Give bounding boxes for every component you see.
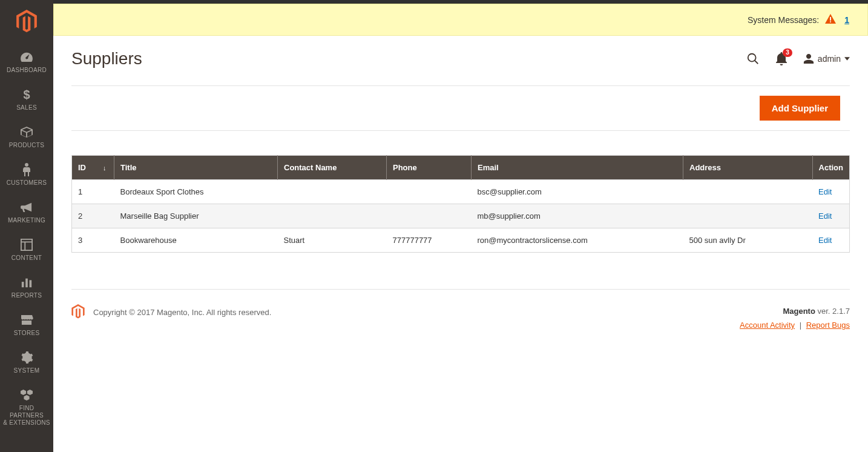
user-menu[interactable]: admin bbox=[803, 53, 850, 64]
cell-address bbox=[683, 180, 813, 204]
table-row: 3BookwarehouseStuart777777777ron@mycontr… bbox=[72, 228, 850, 253]
col-header-title[interactable]: Title bbox=[114, 156, 278, 180]
system-messages-label: System Messages: bbox=[748, 15, 819, 25]
sidebar-item-label: PRODUCTS bbox=[9, 142, 45, 149]
copyright-text: Copyright © 2017 Magento, Inc. All right… bbox=[93, 308, 271, 317]
edit-link[interactable]: Edit bbox=[818, 187, 832, 196]
cell-address bbox=[683, 204, 813, 228]
page-title: Suppliers bbox=[71, 49, 142, 68]
cell-action: Edit bbox=[812, 180, 849, 204]
box-icon bbox=[19, 125, 34, 139]
system-messages-bar: System Messages: 1 bbox=[53, 4, 868, 36]
cell-action: Edit bbox=[812, 204, 849, 228]
cell-id: 3 bbox=[72, 228, 114, 253]
person-icon bbox=[19, 162, 34, 177]
col-header-address[interactable]: Address bbox=[683, 156, 813, 180]
svg-text:$: $ bbox=[23, 88, 30, 101]
cell-contact: Stuart bbox=[278, 228, 387, 253]
blocks-icon bbox=[19, 388, 34, 402]
chevron-down-icon bbox=[844, 57, 850, 61]
svg-point-6 bbox=[748, 54, 756, 62]
sidebar-item-marketing[interactable]: MARKETING bbox=[0, 193, 53, 230]
sidebar-item-label: CUSTOMERS bbox=[7, 179, 47, 187]
sidebar-item-label: SYSTEM bbox=[14, 367, 40, 374]
cell-title: Bordeaux Sport Clothes bbox=[114, 180, 278, 204]
sidebar-item-sales[interactable]: $SALES bbox=[0, 80, 53, 118]
sidebar-item-label: SALES bbox=[16, 104, 37, 111]
magento-mark-icon bbox=[71, 304, 85, 321]
cell-phone: 777777777 bbox=[387, 228, 472, 253]
col-header-email[interactable]: Email bbox=[472, 156, 683, 180]
sidebar-item-label: MARKETING bbox=[8, 217, 45, 224]
cell-phone bbox=[387, 204, 472, 228]
sort-asc-icon: ↓ bbox=[103, 164, 107, 171]
table-row: 1Bordeaux Sport Clothesbsc@supplier.comE… bbox=[72, 180, 850, 204]
dashboard-icon bbox=[19, 50, 34, 64]
cell-action: Edit bbox=[812, 228, 849, 253]
account-activity-link[interactable]: Account Activity bbox=[740, 321, 795, 330]
sidebar-item-system[interactable]: SYSTEM bbox=[0, 343, 53, 381]
svg-rect-4 bbox=[830, 17, 831, 21]
col-header-contact[interactable]: Contact Name bbox=[278, 156, 387, 180]
add-supplier-button[interactable]: Add Supplier bbox=[760, 96, 840, 121]
user-name: admin bbox=[818, 54, 841, 64]
megaphone-icon bbox=[19, 200, 34, 214]
cell-id: 1 bbox=[72, 180, 114, 204]
action-bar: Add Supplier bbox=[71, 85, 850, 131]
col-header-action[interactable]: Action bbox=[812, 156, 849, 180]
cell-email: ron@mycontractorslicense.com bbox=[472, 228, 683, 253]
svg-rect-3 bbox=[30, 280, 32, 287]
version-text: Magento ver. 2.1.7 bbox=[740, 304, 850, 318]
sidebar-item-stores[interactable]: STORES bbox=[0, 305, 53, 343]
svg-rect-1 bbox=[22, 282, 24, 287]
sidebar-item-reports[interactable]: REPORTS bbox=[0, 268, 53, 305]
sidebar-item-content[interactable]: CONTENT bbox=[0, 230, 53, 268]
suppliers-table: ID↓ Title Contact Name Phone Email Addre… bbox=[71, 155, 850, 253]
admin-sidebar: DASHBOARD$SALESPRODUCTSCUSTOMERSMARKETIN… bbox=[0, 0, 53, 452]
warning-icon bbox=[825, 14, 836, 25]
svg-line-7 bbox=[755, 61, 758, 64]
search-button[interactable] bbox=[746, 52, 760, 65]
magento-logo[interactable] bbox=[0, 0, 53, 42]
cell-phone bbox=[387, 180, 472, 204]
sidebar-item-label: CONTENT bbox=[12, 254, 42, 262]
table-row: 2Marseille Bag Suppliermb@supplier.comEd… bbox=[72, 204, 850, 228]
search-icon bbox=[746, 52, 760, 65]
page-footer: Copyright © 2017 Magento, Inc. All right… bbox=[71, 289, 850, 357]
cell-address: 500 sun avlly Dr bbox=[683, 228, 813, 253]
cell-title: Marseille Bag Supplier bbox=[114, 204, 278, 228]
sidebar-item-dashboard[interactable]: DASHBOARD bbox=[0, 42, 53, 80]
sidebar-item-label: FIND PARTNERS& EXTENSIONS bbox=[2, 405, 51, 427]
svg-rect-2 bbox=[25, 279, 28, 288]
sidebar-item-products[interactable]: PRODUCTS bbox=[0, 118, 53, 155]
system-messages-count[interactable]: 1 bbox=[844, 15, 849, 25]
magento-logo-icon bbox=[16, 10, 37, 33]
cell-id: 2 bbox=[72, 204, 114, 228]
dollar-icon: $ bbox=[19, 87, 34, 102]
edit-link[interactable]: Edit bbox=[818, 236, 832, 245]
col-header-phone[interactable]: Phone bbox=[387, 156, 472, 180]
edit-link[interactable]: Edit bbox=[818, 211, 832, 221]
cell-contact bbox=[278, 180, 387, 204]
notification-badge: 3 bbox=[783, 48, 792, 57]
user-icon bbox=[803, 53, 814, 64]
layout-icon bbox=[19, 238, 34, 252]
cell-contact bbox=[278, 204, 387, 228]
sidebar-item-customers[interactable]: CUSTOMERS bbox=[0, 155, 53, 193]
col-header-id[interactable]: ID↓ bbox=[72, 156, 114, 180]
bar-chart-icon bbox=[19, 275, 34, 290]
cell-title: Bookwarehouse bbox=[114, 228, 278, 253]
report-bugs-link[interactable]: Report Bugs bbox=[806, 321, 850, 330]
storefront-icon bbox=[19, 313, 34, 327]
sidebar-item-label: REPORTS bbox=[12, 292, 42, 299]
svg-rect-5 bbox=[830, 21, 831, 22]
notifications-button[interactable]: 3 bbox=[775, 52, 787, 65]
cell-email: mb@supplier.com bbox=[472, 204, 683, 228]
gear-icon bbox=[19, 350, 34, 365]
sidebar-item-find[interactable]: FIND PARTNERS& EXTENSIONS bbox=[0, 381, 53, 433]
cell-email: bsc@supplier.com bbox=[472, 180, 683, 204]
sidebar-item-label: DASHBOARD bbox=[7, 67, 47, 74]
sidebar-item-label: STORES bbox=[14, 330, 40, 337]
